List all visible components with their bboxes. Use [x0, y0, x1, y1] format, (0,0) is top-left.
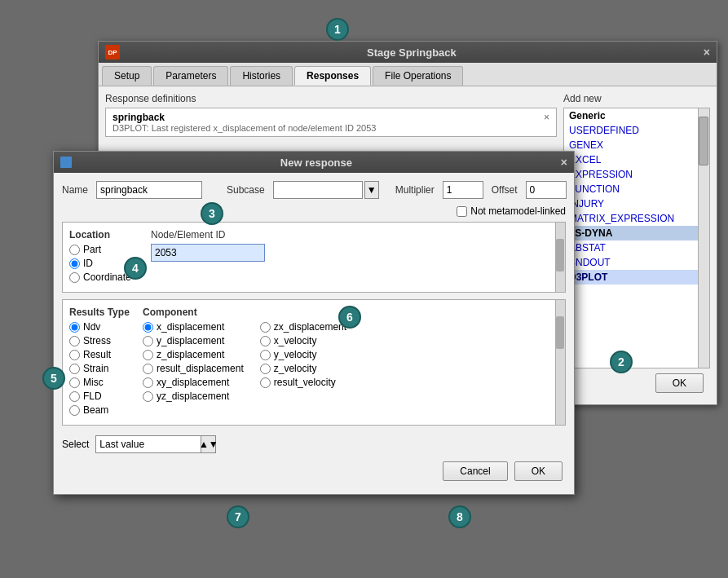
node-element-id-label: Node/Element ID: [151, 229, 558, 240]
tabs-bar: Setup Parameters Histories Responses Fil…: [99, 63, 717, 86]
tab-responses[interactable]: Responses: [294, 66, 371, 86]
comp-y-disp-radio[interactable]: [143, 336, 153, 346]
comp-z-vel-radio[interactable]: [260, 364, 271, 374]
multiplier-input[interactable]: [443, 181, 483, 199]
not-metamodel-checkbox[interactable]: [457, 206, 467, 217]
not-metamodel-checkbox-row: Not metamodel-linked: [457, 205, 566, 217]
component-col-2: zx_displacement x_velocity y_velocity: [260, 321, 346, 404]
comp-z-vel-row: z_velocity: [260, 363, 346, 374]
result-fld-label: FLD: [83, 390, 102, 402]
comp-result-disp-row: result_displacement: [143, 363, 244, 374]
comp-y-disp-row: y_displacement: [143, 335, 244, 346]
main-close-button[interactable]: ×: [704, 46, 710, 59]
dialog-cancel-button[interactable]: Cancel: [443, 461, 507, 481]
comp-result-disp-radio[interactable]: [143, 364, 153, 374]
comp-yz-disp-row: yz_displacement: [143, 390, 244, 402]
comp-xy-disp-radio[interactable]: [143, 377, 153, 388]
location-scrollbar[interactable]: [555, 223, 565, 292]
comp-xy-disp-label: xy_displacement: [157, 377, 229, 388]
list-item-bndout[interactable]: BNDOUT: [564, 255, 709, 270]
list-item-matrix-expression[interactable]: MATRIX_EXPRESSION: [564, 211, 709, 226]
comp-x-disp-label: x_displacement: [157, 321, 224, 333]
location-coordinate-label: Coordinate: [83, 271, 131, 283]
dialog-icon: [60, 157, 72, 168]
node-id-input[interactable]: [151, 244, 265, 262]
results-scrollbar[interactable]: [555, 300, 565, 425]
result-misc-radio[interactable]: [69, 377, 80, 388]
subcase-label: Subcase: [227, 184, 265, 196]
list-item-function[interactable]: FUNCTION: [564, 182, 709, 196]
comp-z-disp-label: z_displacement: [157, 349, 224, 360]
list-item-excel[interactable]: EXCEL: [564, 152, 709, 167]
result-misc-label: Misc: [83, 377, 104, 388]
dialog-close-button[interactable]: ×: [561, 156, 567, 169]
list-item-expression[interactable]: EXPRESSION: [564, 167, 709, 182]
response-definitions-label: Response definitions: [105, 93, 557, 104]
comp-x-vel-label: x_velocity: [274, 335, 317, 346]
bubble-7: 7: [227, 505, 249, 528]
result-stress-label: Stress: [83, 335, 111, 346]
subcase-input[interactable]: [273, 181, 363, 199]
comp-yz-disp-label: yz_displacement: [157, 390, 229, 402]
comp-zx-disp-radio[interactable]: [260, 322, 271, 333]
response-item: springback D3PLOT: Last registered x_dis…: [105, 108, 557, 137]
subcase-dropdown-arrow[interactable]: ▼: [364, 181, 379, 199]
comp-result-vel-row: result_velocity: [260, 377, 346, 388]
main-ok-button[interactable]: OK: [655, 373, 704, 393]
comp-z-disp-row: z_displacement: [143, 349, 244, 360]
location-part-label: Part: [83, 244, 101, 255]
list-item-userdefined[interactable]: USERDEFINED: [564, 123, 709, 138]
select-dropdown-arrow[interactable]: ▲▼: [201, 435, 216, 453]
dialog-title: New response: [72, 157, 561, 169]
result-result-label: Result: [83, 349, 111, 360]
add-new-scrollbar-thumb[interactable]: [699, 117, 708, 165]
comp-yz-disp-radio[interactable]: [143, 391, 153, 402]
location-id-label: ID: [83, 258, 93, 269]
list-item-abstat[interactable]: ABSTAT: [564, 240, 709, 255]
comp-x-disp-radio[interactable]: [143, 322, 153, 333]
select-label: Select: [62, 439, 89, 450]
result-misc-row: Misc: [69, 377, 135, 388]
location-coordinate-radio[interactable]: [69, 272, 80, 283]
response-close-button[interactable]: ×: [544, 112, 549, 123]
select-input[interactable]: [95, 435, 201, 453]
list-item-injury[interactable]: INJURY: [564, 196, 709, 211]
offset-input[interactable]: [526, 181, 567, 199]
tab-setup[interactable]: Setup: [102, 66, 152, 86]
result-result-radio[interactable]: [69, 350, 80, 360]
result-strain-row: Strain: [69, 363, 135, 374]
results-scrollbar-thumb[interactable]: [556, 316, 564, 349]
multiplier-label: Multiplier: [395, 184, 435, 196]
result-stress-radio[interactable]: [69, 336, 80, 346]
metamodel-row: Not metamodel-linked: [62, 205, 566, 217]
component-label: Component: [143, 307, 346, 318]
location-part-radio[interactable]: [69, 245, 80, 255]
comp-y-vel-radio[interactable]: [260, 350, 271, 360]
tab-parameters[interactable]: Parameters: [153, 66, 228, 86]
result-ndv-label: Ndv: [83, 321, 100, 333]
comp-x-disp-row: x_displacement: [143, 321, 244, 333]
list-item-generic: Generic: [564, 108, 709, 123]
list-item-d3plot[interactable]: D3PLOT: [564, 270, 709, 285]
dialog-ok-button[interactable]: OK: [514, 461, 563, 481]
result-strain-radio[interactable]: [69, 364, 80, 374]
tab-histories[interactable]: Histories: [230, 66, 293, 86]
list-item-genex[interactable]: GENEX: [564, 138, 709, 152]
response-name: springback: [113, 112, 376, 123]
result-ndv-radio[interactable]: [69, 322, 80, 333]
add-new-scrollbar[interactable]: [698, 108, 709, 368]
dialog-buttons-row: Cancel OK: [62, 457, 566, 486]
location-scrollbar-thumb[interactable]: [556, 239, 564, 271]
location-id-radio[interactable]: [69, 258, 80, 269]
result-fld-radio[interactable]: [69, 391, 80, 402]
not-metamodel-label: Not metamodel-linked: [470, 205, 566, 217]
results-type-label: Results Type: [69, 307, 135, 318]
comp-result-vel-radio[interactable]: [260, 377, 271, 388]
result-beam-radio[interactable]: [69, 405, 80, 416]
result-result-row: Result: [69, 349, 135, 360]
offset-label: Offset: [492, 184, 518, 196]
tab-file-operations[interactable]: File Operations: [373, 66, 463, 86]
comp-x-vel-radio[interactable]: [260, 336, 271, 346]
comp-z-disp-radio[interactable]: [143, 350, 153, 360]
name-input[interactable]: [96, 181, 202, 199]
